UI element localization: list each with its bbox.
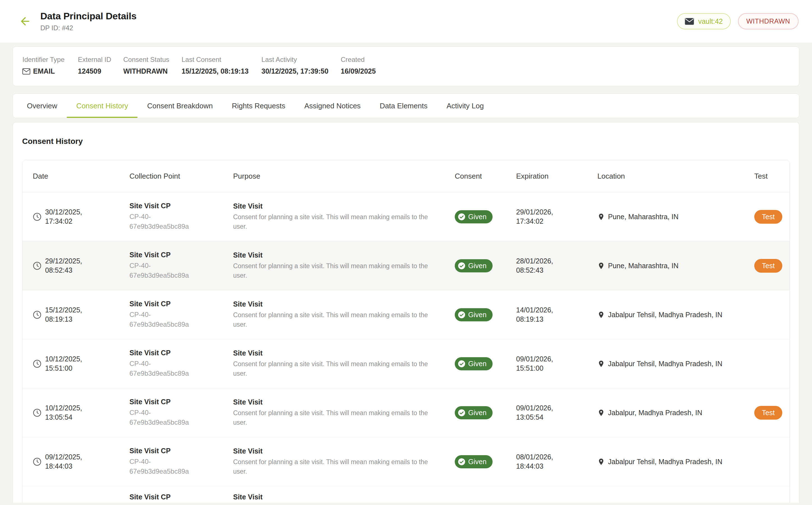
location-cell: Pune, Maharashtra, IN: [597, 213, 754, 221]
table-row[interactable]: 09/12/2025, 18:44:03 Site Visit CP CP-40…: [22, 437, 790, 486]
expiration-cell: 29/01/2026, 17:34:02: [516, 207, 597, 226]
purpose-description: Consent for planning a site visit. This …: [233, 310, 436, 329]
collection-point-name: Site Visit CP: [129, 251, 226, 259]
purpose-cell: Site Visit Consent for planning a site v…: [233, 202, 455, 231]
purpose-name: Site Visit: [233, 300, 448, 308]
location-pin-icon: [597, 311, 605, 319]
summary-card: Identifier Type EMAIL External ID 124509…: [13, 46, 799, 86]
consent-status-label: Given: [468, 360, 486, 368]
consent-cell: Given: [455, 455, 516, 468]
clock-icon: [33, 359, 41, 368]
collection-point-cell: Site Visit CP CP-40-67e9b3d9ea5bc89a: [129, 447, 233, 477]
envelope-icon: [685, 18, 694, 25]
purpose-name: Site Visit: [233, 251, 448, 259]
expiration-cell: 14/01/2026, 08:19:13: [516, 305, 597, 324]
date-cell: 29/12/2025, 08:52:43: [33, 257, 129, 275]
table-header-row: Date Collection Point Purpose Consent Ex…: [22, 160, 790, 192]
purpose-cell: Site Visit Consent for planning a site v…: [233, 349, 455, 378]
collection-point-name: Site Visit CP: [129, 202, 226, 210]
table-row[interactable]: 10/12/2025, 13:05:54 Site Visit CP CP-40…: [22, 388, 790, 437]
tab[interactable]: Consent Breakdown: [138, 94, 222, 118]
location-text: Jabalpur Tehsil, Madhya Pradesh, IN: [608, 458, 722, 466]
location-pin-icon: [597, 262, 605, 270]
collection-point-id: CP-40-67e9b3d9ea5bc89a: [129, 261, 208, 281]
collection-point-id: CP-40-67e9b3d9ea5bc89a: [129, 457, 208, 477]
field-last-activity: Last Activity 30/12/2025, 17:39:50: [261, 56, 341, 75]
location-cell: Jabalpur Tehsil, Madhya Pradesh, IN: [597, 360, 754, 368]
col-collection-point: Collection Point: [129, 172, 233, 181]
test-cell: Test: [754, 406, 790, 419]
purpose-name: Site Visit: [233, 493, 448, 501]
location-cell: Jabalpur Tehsil, Madhya Pradesh, IN: [597, 311, 754, 319]
tab[interactable]: Data Elements: [370, 94, 437, 118]
withdrawn-status-badge: WITHDRAWN: [738, 13, 799, 29]
collection-point-name: Site Visit CP: [129, 447, 226, 455]
collection-point-name: Site Visit CP: [129, 300, 226, 308]
tab[interactable]: Consent History: [67, 94, 138, 118]
table-row-partial[interactable]: Site Visit CP Site Visit: [22, 486, 790, 503]
collection-point-name: Site Visit CP: [129, 349, 226, 357]
vault-badge[interactable]: vault:42: [677, 13, 731, 29]
consent-history-table: Date Collection Point Purpose Consent Ex…: [22, 160, 790, 503]
test-badge: Test: [754, 210, 782, 224]
consent-history-panel: Consent History Date Collection Point Pu…: [13, 122, 799, 503]
tabs-bar: Overview Consent History Consent Breakdo…: [13, 94, 799, 118]
purpose-description: Consent for planning a site visit. This …: [233, 408, 436, 428]
field-value: WITHDRAWN: [123, 67, 182, 75]
tab-label: Rights Requests: [232, 102, 285, 110]
tab[interactable]: Rights Requests: [222, 94, 295, 118]
purpose-description: Consent for planning a site visit. This …: [233, 359, 436, 378]
field-consent-status: Consent Status WITHDRAWN: [123, 56, 182, 75]
expiration-date: 14/01/2026, 08:19:13: [516, 305, 572, 324]
page-title: Data Principal Details: [40, 11, 136, 22]
table-row[interactable]: 10/12/2025, 15:51:00 Site Visit CP CP-40…: [22, 339, 790, 388]
location-pin-icon: [597, 458, 605, 466]
collection-point-name: Site Visit CP: [129, 398, 226, 406]
tab[interactable]: Assigned Notices: [295, 94, 370, 118]
page-header: Data Principal Details DP ID: #42 vault:…: [0, 0, 812, 42]
collection-point-id: CP-40-67e9b3d9ea5bc89a: [129, 310, 208, 329]
table-row[interactable]: 30/12/2025, 17:34:02 Site Visit CP CP-40…: [22, 192, 790, 241]
tab[interactable]: Activity Log: [437, 94, 493, 118]
tab-label: Data Elements: [380, 102, 428, 110]
tab-label: Consent Breakdown: [147, 102, 213, 110]
collection-point-cell: Site Visit CP CP-40-67e9b3d9ea5bc89a: [129, 251, 233, 281]
back-button[interactable]: [17, 13, 33, 29]
vault-badge-label: vault:42: [698, 17, 723, 25]
consent-date: 15/12/2025, 08:19:13: [45, 305, 101, 324]
consent-given-badge: Given: [455, 210, 492, 223]
consent-status-label: Given: [468, 458, 486, 466]
consent-cell: Given: [455, 259, 516, 273]
location-text: Pune, Maharashtra, IN: [608, 213, 679, 221]
field-external-id: External ID 124509: [78, 56, 123, 75]
purpose-name: Site Visit: [233, 349, 448, 357]
consent-cell: Given: [455, 308, 516, 321]
arrow-left-icon: [19, 15, 31, 27]
collection-point-cell: Site Visit CP CP-40-67e9b3d9ea5bc89a: [129, 300, 233, 329]
clock-icon: [33, 310, 41, 319]
identifier-type-value: EMAIL: [33, 67, 55, 75]
consent-cell: Given: [455, 357, 516, 370]
check-circle-icon: [458, 409, 465, 416]
location-pin-icon: [597, 360, 605, 368]
date-cell: 10/12/2025, 13:05:54: [33, 403, 129, 422]
table-row[interactable]: 15/12/2025, 08:19:13 Site Visit CP CP-40…: [22, 290, 790, 339]
field-value: 30/12/2025, 17:39:50: [261, 67, 341, 75]
consent-status-label: Given: [468, 311, 486, 319]
consent-given-badge: Given: [455, 308, 492, 321]
tab[interactable]: Overview: [17, 94, 67, 118]
col-purpose: Purpose: [233, 172, 455, 181]
location-cell: Jabalpur, Madhya Pradesh, IN: [597, 409, 754, 417]
collection-point-cell: Site Visit CP CP-40-67e9b3d9ea5bc89a: [129, 398, 233, 428]
clock-icon: [33, 262, 41, 270]
consent-given-badge: Given: [455, 357, 492, 370]
table-row[interactable]: 29/12/2025, 08:52:43 Site Visit CP CP-40…: [22, 241, 790, 290]
field-value: 15/12/2025, 08:19:13: [182, 67, 261, 75]
field-label: External ID: [78, 56, 123, 63]
tab-label: Consent History: [76, 102, 128, 110]
location-text: Pune, Maharashtra, IN: [608, 262, 679, 270]
test-cell: Test: [754, 259, 790, 273]
clock-icon: [33, 458, 41, 466]
location-text: Jabalpur, Madhya Pradesh, IN: [608, 409, 702, 417]
field-label: Created: [341, 56, 790, 63]
